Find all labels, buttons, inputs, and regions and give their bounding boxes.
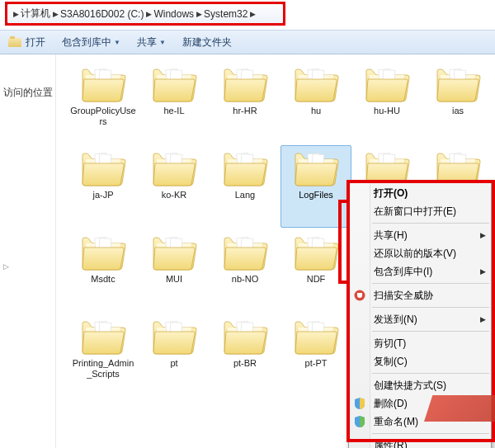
submenu-arrow-icon: ▶: [480, 267, 486, 276]
menu-item-properties[interactable]: 属性(R): [349, 436, 491, 448]
include-in-library-button[interactable]: 包含到库中 ▼: [54, 31, 129, 54]
folder-item[interactable]: ko-KR: [139, 145, 210, 228]
folder-icon: [79, 231, 127, 272]
chevron-right-icon: ▶: [11, 10, 21, 18]
breadcrumb-item[interactable]: S3A8016D002 (C:): [60, 8, 144, 20]
share-button[interactable]: 共享 ▼: [129, 31, 174, 54]
menu-item-send-to[interactable]: 发送到(N)▶: [349, 310, 491, 328]
menu-item-cut[interactable]: 剪切(T): [349, 334, 491, 352]
folder-item[interactable]: NDF: [280, 229, 351, 312]
toolbar-label: 包含到库中: [62, 35, 111, 50]
toolbar: 打开 包含到库中 ▼ 共享 ▼ 新建文件夹: [0, 30, 495, 54]
toolbar-label: 打开: [26, 35, 45, 50]
chevron-right-icon: ▶: [50, 10, 60, 18]
toolbar-label: 新建文件夹: [182, 35, 232, 50]
folder-icon: [221, 231, 269, 272]
watermark: [424, 395, 495, 422]
folder-icon: [150, 315, 198, 356]
folder-label: LogFiles: [299, 190, 333, 200]
folder-item[interactable]: nb-NO: [210, 229, 280, 312]
toolbar-label: 共享: [137, 35, 157, 50]
folder-item[interactable]: GroupPolicyUsers: [68, 61, 139, 144]
menu-item-restore-versions[interactable]: 还原以前的版本(V): [349, 244, 491, 262]
chevron-down-icon: ▼: [159, 39, 166, 46]
chevron-down-icon: ▼: [114, 39, 120, 46]
folder-item[interactable]: ias: [422, 61, 493, 144]
submenu-arrow-icon: ▶: [480, 315, 486, 323]
menu-item-scan-threat[interactable]: 扫描安全威胁: [349, 286, 491, 304]
submenu-arrow-icon: ▶: [480, 231, 486, 239]
folder-item[interactable]: ja-JP: [68, 145, 139, 228]
folder-label: ko-KR: [162, 190, 187, 200]
folder-icon: [79, 63, 127, 104]
folder-item[interactable]: he-IL: [139, 61, 210, 144]
folder-icon: [150, 231, 198, 272]
menu-item-copy[interactable]: 复制(C): [349, 352, 491, 370]
nav-item[interactable]: 访问的位置: [3, 86, 54, 100]
folder-item[interactable]: hu-HU: [351, 61, 422, 144]
folder-icon: [79, 315, 127, 356]
chevron-right-icon: ▶: [248, 10, 257, 18]
menu-separator: [372, 283, 489, 284]
folder-item[interactable]: Printing_Admin_Scripts: [68, 314, 139, 396]
folder-icon: [292, 231, 340, 272]
folder-item[interactable]: Msdtc: [68, 229, 139, 312]
folder-icon: [150, 147, 198, 188]
folder-icon: [150, 63, 198, 104]
shield-rename-icon: [353, 415, 366, 428]
folder-label: hr-HR: [233, 106, 257, 116]
folder-item[interactable]: LogFiles: [280, 145, 351, 228]
navigation-pane[interactable]: 访问的位置 ▷: [0, 54, 56, 448]
breadcrumb-item[interactable]: 计算机: [21, 7, 50, 21]
folder-label: NDF: [307, 274, 326, 285]
folder-icon: [79, 147, 127, 188]
menu-separator: [372, 223, 489, 224]
folder-item[interactable]: pt: [139, 314, 210, 396]
menu-item-share[interactable]: 共享(H)▶: [349, 226, 491, 244]
folder-label: pt: [170, 358, 177, 369]
folder-icon: [8, 36, 21, 48]
shield-icon: [353, 289, 366, 302]
folder-icon: [221, 315, 269, 356]
folder-label: MUI: [166, 274, 182, 285]
chevron-right-icon: ▶: [194, 10, 204, 18]
new-folder-button[interactable]: 新建文件夹: [174, 31, 240, 54]
expand-icon[interactable]: ▷: [3, 262, 9, 271]
folder-label: hu-HU: [374, 106, 400, 116]
folder-icon: [292, 147, 340, 188]
breadcrumb-item[interactable]: System32: [204, 8, 248, 20]
folder-icon: [292, 63, 340, 104]
menu-separator: [372, 307, 489, 308]
folder-icon: [292, 315, 340, 356]
menu-separator: [372, 433, 489, 434]
address-bar[interactable]: ▶ 计算机 ▶ S3A8016D002 (C:) ▶ Windows ▶ Sys…: [7, 3, 284, 24]
shield-delete-icon: [353, 397, 366, 410]
folder-icon: [221, 147, 269, 188]
folder-label: Printing_Admin_Scripts: [70, 358, 136, 380]
organize-button[interactable]: 打开: [0, 31, 54, 54]
folder-label: GroupPolicyUsers: [70, 106, 136, 127]
menu-separator: [372, 331, 489, 332]
folder-item[interactable]: Lang: [210, 145, 280, 228]
folder-label: Msdtc: [91, 274, 115, 285]
folder-item[interactable]: pt-PT: [280, 314, 351, 396]
folder-label: pt-BR: [233, 358, 257, 369]
chevron-right-icon: ▶: [144, 10, 153, 18]
folder-label: Lang: [235, 190, 255, 200]
folder-icon: [221, 63, 269, 104]
breadcrumb-item[interactable]: Windows: [153, 8, 194, 20]
folder-item[interactable]: hu: [280, 61, 351, 144]
folder-icon: [363, 63, 411, 104]
menu-item-open[interactable]: 打开(O): [349, 184, 491, 202]
menu-item-create-shortcut[interactable]: 创建快捷方式(S): [349, 376, 491, 394]
folder-label: ias: [452, 106, 464, 116]
folder-label: hu: [311, 106, 321, 116]
menu-separator: [372, 373, 489, 374]
folder-label: pt-PT: [305, 358, 328, 369]
menu-item-include-library[interactable]: 包含到库中(I)▶: [349, 262, 491, 281]
menu-item-open-new-window[interactable]: 在新窗口中打开(E): [349, 202, 491, 220]
folder-item[interactable]: pt-BR: [210, 314, 280, 396]
folder-icon: [434, 63, 482, 104]
folder-item[interactable]: MUI: [139, 229, 210, 312]
folder-item[interactable]: hr-HR: [210, 61, 280, 144]
